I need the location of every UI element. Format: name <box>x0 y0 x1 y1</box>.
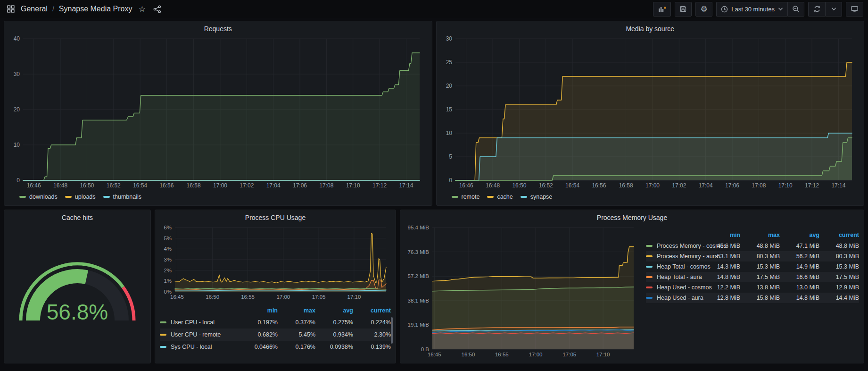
svg-text:17:00: 17:00 <box>529 352 543 357</box>
legend-row[interactable]: Sys CPU - local0.0466%0.176%0.0938%0.139… <box>160 341 391 353</box>
legend-item[interactable]: remote <box>452 194 480 200</box>
legend-column-header[interactable]: avg <box>780 232 819 238</box>
legend-column-header[interactable]: avg <box>315 307 353 314</box>
svg-text:16:52: 16:52 <box>107 182 121 189</box>
svg-text:17:10: 17:10 <box>778 182 792 189</box>
legend-row[interactable]: User CPU - local0.197%0.374%0.275%0.224% <box>160 316 391 329</box>
cpu-chart[interactable]: 16:4516:5016:5517:0017:0517:100%1%2%3%4%… <box>160 223 391 302</box>
panel-title[interactable]: Process CPU Usage <box>160 212 391 223</box>
legend-value: 17.5 MiB <box>819 274 859 280</box>
svg-text:16:56: 16:56 <box>159 182 174 189</box>
svg-text:10: 10 <box>14 142 20 148</box>
svg-text:17:14: 17:14 <box>831 182 845 189</box>
series-label: uploads <box>75 194 96 200</box>
requests-legend: downloadsuploadsthumbnails <box>9 192 427 202</box>
legend-scrollbar[interactable] <box>391 317 393 344</box>
panel-cache-hits: Cache hits 56.8% <box>4 210 151 363</box>
legend-column-header[interactable]: min <box>701 232 740 238</box>
legend-column-header[interactable]: max <box>278 307 315 314</box>
dashboards-grid-icon[interactable] <box>6 4 16 14</box>
svg-text:17:06: 17:06 <box>293 182 307 189</box>
refresh-group <box>808 2 842 17</box>
legend-row[interactable]: Heap Used - cosmos12.2 MiB13.8 MiB13.0 M… <box>646 282 859 293</box>
legend-value: 0.197% <box>240 319 278 326</box>
series-swatch <box>646 266 653 268</box>
legend-item[interactable]: thumbnails <box>103 194 141 200</box>
legend-column-header[interactable]: current <box>353 307 391 314</box>
add-panel-button[interactable] <box>653 2 671 17</box>
refresh-interval-button[interactable] <box>825 2 842 17</box>
panel-title[interactable]: Media by source <box>441 24 860 34</box>
clock-icon <box>721 6 728 13</box>
svg-text:30: 30 <box>446 35 452 42</box>
svg-text:10: 10 <box>446 130 452 136</box>
legend-value: 17.5 MiB <box>740 274 780 280</box>
legend-row[interactable]: Process Memory - aura53.1 MiB80.3 MiB56.… <box>646 251 859 261</box>
legend-column-header[interactable]: max <box>740 232 780 238</box>
legend-item[interactable]: cache <box>487 194 513 200</box>
legend-value: 0.0938% <box>315 344 353 350</box>
refresh-button[interactable] <box>808 2 825 17</box>
svg-text:0: 0 <box>449 177 452 184</box>
chevron-down-icon <box>778 7 783 11</box>
svg-text:16:54: 16:54 <box>133 182 147 189</box>
series-swatch <box>160 321 166 323</box>
series-label: cache <box>497 194 513 200</box>
breadcrumb: General / Synapse Media Proxy <box>21 5 132 13</box>
legend-column-header[interactable]: current <box>819 232 859 238</box>
svg-text:17:12: 17:12 <box>805 182 819 189</box>
svg-text:16:46: 16:46 <box>459 182 473 189</box>
svg-text:2%: 2% <box>164 268 172 273</box>
legend-value: 13.8 MiB <box>740 284 780 291</box>
save-dashboard-button[interactable] <box>675 2 692 17</box>
series-label: Heap Total - aura <box>657 274 702 280</box>
legend-value: 0.275% <box>315 319 353 326</box>
svg-text:17:10: 17:10 <box>347 294 361 300</box>
dashboard-settings-button[interactable]: ⚙ <box>695 2 712 17</box>
legend-value: 80.3 MiB <box>740 253 780 260</box>
series-label: Heap Used - aura <box>657 295 703 301</box>
legend-item[interactable]: downloads <box>19 194 58 200</box>
svg-text:17:04: 17:04 <box>698 182 712 189</box>
legend-value: 45.6 MiB <box>701 243 740 249</box>
legend-item[interactable]: uploads <box>65 194 96 200</box>
svg-text:3%: 3% <box>164 257 172 262</box>
zoom-out-button[interactable] <box>787 2 804 17</box>
legend-value: 14.4 MiB <box>819 295 859 301</box>
memory-chart[interactable]: 16:4516:5016:5517:0017:0517:100 B19.1 Mi… <box>405 223 639 360</box>
cycle-view-mode-button[interactable] <box>846 2 863 17</box>
series-swatch <box>160 334 166 336</box>
legend-value: 48.8 MiB <box>819 243 859 249</box>
legend-row[interactable]: Heap Total - aura14.8 MiB17.5 MiB16.6 Mi… <box>646 272 859 282</box>
legend-value: 13.0 MiB <box>780 284 819 291</box>
svg-text:17:02: 17:02 <box>672 182 686 189</box>
panel-title[interactable]: Cache hits <box>9 212 146 223</box>
media-by-source-chart[interactable]: 16:4616:4816:5016:5216:5416:5616:5817:00… <box>441 34 860 192</box>
legend-row[interactable]: Process Memory - cosmos45.6 MiB48.8 MiB4… <box>646 241 859 251</box>
panel-title[interactable]: Requests <box>9 24 427 34</box>
svg-text:16:45: 16:45 <box>428 352 441 357</box>
svg-text:17:00: 17:00 <box>276 294 290 300</box>
star-icon[interactable]: ☆ <box>137 4 147 14</box>
svg-text:0: 0 <box>17 177 20 184</box>
legend-value: 0.139% <box>353 344 391 350</box>
svg-text:40: 40 <box>14 35 20 42</box>
svg-text:20: 20 <box>446 83 452 89</box>
legend-row[interactable]: Heap Used - aura12.8 MiB15.8 MiB14.8 MiB… <box>646 293 859 303</box>
share-icon[interactable] <box>152 4 162 14</box>
legend-item[interactable]: synapse <box>521 194 553 200</box>
legend-value: 14.9 MiB <box>780 263 819 270</box>
legend-row[interactable]: User CPU - remote0.682%5.45%0.934%2.30% <box>160 329 391 341</box>
legend-column-header[interactable]: min <box>240 307 278 314</box>
legend-row[interactable]: Heap Total - cosmos14.3 MiB15.3 MiB14.9 … <box>646 261 859 272</box>
panel-process-cpu-usage: Process CPU Usage 16:4516:5016:5517:0017… <box>155 210 396 363</box>
time-picker-button[interactable]: Last 30 minutes <box>716 2 787 17</box>
breadcrumb-dashboard-title[interactable]: Synapse Media Proxy <box>59 5 132 13</box>
series-swatch <box>19 196 26 198</box>
breadcrumb-folder[interactable]: General <box>21 5 48 13</box>
legend-value: 2.30% <box>353 331 391 338</box>
svg-text:17:00: 17:00 <box>213 182 227 189</box>
svg-text:19.1 MiB: 19.1 MiB <box>408 322 430 328</box>
panel-title[interactable]: Process Memory Usage <box>405 212 859 223</box>
requests-chart[interactable]: 16:4616:4816:5016:5216:5416:5616:5817:00… <box>9 34 427 192</box>
